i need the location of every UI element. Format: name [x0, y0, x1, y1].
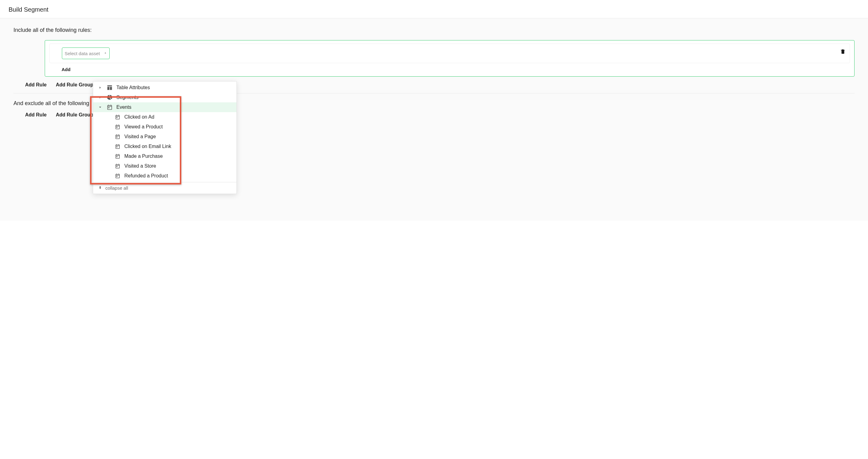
collapse-all-label: collapse all	[105, 185, 128, 191]
events-children: Clicked on Ad Viewed a Product Visited a…	[93, 112, 237, 181]
trash-icon	[840, 49, 846, 55]
rule-group-box: Add	[45, 40, 855, 76]
event-item[interactable]: Visited a Page	[93, 132, 237, 142]
calendar-icon	[115, 114, 121, 120]
include-rule-group-wrap: Add	[13, 40, 855, 76]
data-asset-dropdown: Table Attributes Segments	[93, 81, 237, 194]
calendar-icon	[115, 153, 121, 159]
calendar-icon	[115, 144, 121, 150]
add-rule-button[interactable]: Add Rule	[25, 82, 46, 88]
tree-list: Table Attributes Segments	[93, 82, 237, 182]
rule-group-add-label[interactable]: Add	[49, 67, 850, 72]
pie-chart-icon	[106, 94, 113, 100]
segment-builder-page: Build Segment Include all of the followi…	[0, 0, 868, 227]
event-item-label: Visited a Store	[124, 163, 156, 169]
content-area: Include all of the following rules:	[0, 19, 868, 221]
calendar-icon	[115, 124, 121, 130]
tree-item-label: Table Attributes	[116, 85, 150, 90]
data-asset-select-input[interactable]	[62, 48, 110, 59]
event-item[interactable]: Refunded a Product	[93, 171, 237, 181]
event-item-label: Clicked on Ad	[124, 114, 154, 120]
delete-rule-button[interactable]	[839, 47, 847, 57]
tree-item-label: Segments	[116, 95, 138, 100]
tree-item-label: Events	[116, 104, 131, 110]
event-item-label: Made a Purchase	[124, 154, 163, 159]
tree-item-segments[interactable]: Segments	[93, 93, 237, 102]
tree-item-events[interactable]: Events	[93, 102, 237, 112]
event-item[interactable]: Made a Purchase	[93, 151, 237, 161]
calendar-icon	[115, 133, 121, 140]
event-item[interactable]: Clicked on Email Link	[93, 142, 237, 151]
rule-row	[49, 43, 850, 63]
table-icon	[106, 85, 113, 91]
include-section-label: Include all of the following rules:	[13, 27, 855, 33]
event-item[interactable]: Visited a Store	[93, 161, 237, 171]
header: Build Segment	[0, 0, 868, 19]
chevron-right-icon	[97, 86, 103, 90]
tree-item-table-attributes[interactable]: Table Attributes	[93, 83, 237, 93]
event-item-label: Viewed a Product	[124, 124, 163, 130]
calendar-icon	[106, 104, 113, 110]
page-title: Build Segment	[8, 6, 860, 13]
collapse-icon	[98, 185, 102, 191]
calendar-icon	[115, 173, 121, 179]
event-item-label: Clicked on Email Link	[124, 144, 171, 149]
chevron-right-icon	[97, 95, 103, 99]
exclude-add-rule-group-button[interactable]: Add Rule Group	[56, 112, 93, 118]
exclude-add-rule-button[interactable]: Add Rule	[25, 112, 46, 118]
calendar-icon	[115, 163, 121, 169]
event-item-label: Visited a Page	[124, 134, 156, 140]
event-item[interactable]: Viewed a Product	[93, 122, 237, 132]
add-rule-group-button[interactable]: Add Rule Group	[56, 82, 93, 88]
chevron-down-icon	[97, 105, 103, 110]
collapse-all-button[interactable]: collapse all	[93, 182, 237, 194]
data-asset-select-wrap	[62, 48, 110, 59]
event-item[interactable]: Clicked on Ad	[93, 112, 237, 122]
event-item-label: Refunded a Product	[124, 173, 168, 179]
